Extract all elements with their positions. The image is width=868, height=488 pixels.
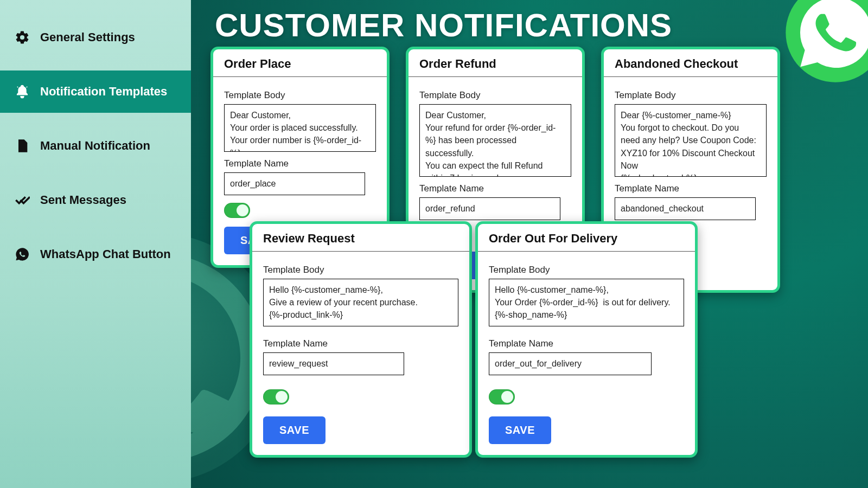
template-body-input[interactable]: [419, 104, 571, 177]
enable-toggle[interactable]: [489, 389, 515, 404]
template-body-input[interactable]: [263, 279, 458, 326]
template-name-label: Template Name: [263, 338, 458, 349]
card-title: Order Place: [213, 49, 387, 77]
card-review-request: Review Request Template Body Template Na…: [250, 221, 472, 458]
document-icon: [14, 138, 30, 154]
sidebar-item-label: General Settings: [40, 30, 135, 44]
double-check-icon: [14, 192, 30, 208]
sidebar-item-sent-messages[interactable]: Sent Messages: [0, 179, 191, 221]
enable-toggle[interactable]: [263, 389, 289, 404]
template-name-input[interactable]: [489, 352, 652, 375]
whatsapp-icon: [14, 246, 30, 262]
sidebar-item-label: Manual Notification: [40, 139, 150, 153]
template-body-label: Template Body: [489, 265, 684, 275]
template-name-label: Template Name: [224, 158, 376, 169]
template-body-label: Template Body: [224, 90, 376, 101]
sidebar-item-manual-notification[interactable]: Manual Notification: [0, 125, 191, 167]
sidebar-item-label: Sent Messages: [40, 193, 126, 207]
template-body-input[interactable]: [615, 104, 767, 177]
main-content: CUSTOMER NOTIFICATIONS Order Place Templ…: [191, 0, 868, 488]
bell-icon: [14, 84, 30, 100]
sidebar-item-notification-templates[interactable]: Notification Templates: [0, 70, 191, 113]
card-title: Review Request: [252, 224, 469, 252]
template-name-input[interactable]: [263, 352, 404, 375]
sidebar-item-whatsapp-chat-button[interactable]: WhatsApp Chat Button: [0, 233, 191, 275]
sidebar-item-label: WhatsApp Chat Button: [40, 247, 171, 261]
template-name-label: Template Name: [615, 183, 767, 194]
card-title: Order Refund: [409, 49, 582, 77]
template-name-label: Template Name: [419, 183, 571, 194]
sidebar-item-general-settings[interactable]: General Settings: [0, 16, 191, 59]
template-body-input[interactable]: [224, 104, 376, 152]
gear-icon: [14, 29, 30, 46]
page-title: CUSTOMER NOTIFICATIONS: [215, 7, 868, 44]
template-body-label: Template Body: [263, 265, 458, 275]
enable-toggle[interactable]: [224, 203, 250, 218]
save-button[interactable]: SAVE: [489, 416, 551, 444]
sidebar-item-label: Notification Templates: [40, 85, 167, 99]
template-name-input[interactable]: [224, 172, 365, 195]
template-name-label: Template Name: [489, 338, 684, 349]
template-body-label: Template Body: [615, 90, 767, 101]
template-name-input[interactable]: [615, 197, 756, 220]
card-title: Abandoned Checkout: [604, 49, 777, 77]
card-order-out-for-delivery: Order Out For Delivery Template Body Tem…: [475, 221, 698, 458]
template-body-input[interactable]: [489, 279, 684, 326]
save-button[interactable]: SAVE: [263, 416, 326, 444]
sidebar: General Settings Notification Templates …: [0, 0, 191, 488]
template-name-input[interactable]: [419, 197, 560, 220]
card-title: Order Out For Delivery: [478, 224, 695, 252]
template-body-label: Template Body: [419, 90, 571, 101]
